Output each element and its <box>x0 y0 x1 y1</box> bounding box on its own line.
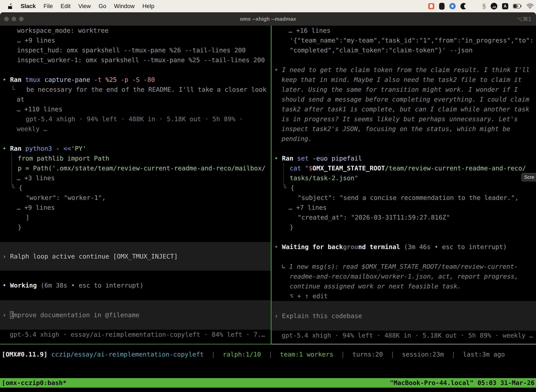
chat-icon[interactable] <box>428 3 434 9</box>
minimize-button[interactable] <box>12 17 16 21</box>
term-text: › <box>274 312 282 319</box>
terminal-line <box>0 65 271 75</box>
terminal-line: task2 after task1 is complete, but can I… <box>272 104 536 114</box>
term-text: continue assigned work or next feasible … <box>290 283 461 290</box>
battery-icon[interactable] <box>513 4 522 9</box>
term-text: Ran <box>10 76 21 83</box>
terminal-line: "subject": "send a concise recommendatio… <box>272 193 536 203</box>
apple-menu-icon[interactable] <box>8 3 13 9</box>
menu-item-help[interactable]: Help <box>143 3 154 9</box>
terminal-line: } <box>272 222 536 232</box>
term-text: inspect_worker-1: omx sparkshell --tmux-… <box>17 56 265 64</box>
prompt-input-band[interactable]: › Explain this codebase <box>272 301 536 331</box>
term-text: › <box>2 253 10 260</box>
prompt-input-band[interactable]: › Ralph loop active continue [OMX_TMUX_I… <box>0 242 271 271</box>
terminal-line: ↳ 1 new msg(s): read $OMX_TEAM_STATE_ROO… <box>272 262 536 271</box>
term-text: … +7 lines <box>289 204 327 211</box>
terminal-line: … +7 lines <box>272 203 536 213</box>
term-text: • <box>274 155 282 162</box>
menu-item-go[interactable]: Go <box>98 3 106 9</box>
omx-status-segment: turns:20 <box>352 351 383 358</box>
term-text: is in progress? It seems likely but perh… <box>282 115 518 123</box>
term-text <box>293 155 297 162</box>
terminal-line: └ { <box>272 183 536 193</box>
terminal-line <box>0 290 271 300</box>
close-button[interactable] <box>4 17 9 21</box>
code-block-guide <box>283 163 284 187</box>
menu-item-view[interactable]: View <box>78 3 91 9</box>
terminal-line: "completed","claim_token":"claim-token"}… <box>272 45 536 55</box>
term-text: Ran <box>10 145 21 152</box>
term-text: %25 <box>102 76 117 83</box>
term-text: keep that in mind. Maybe I also need the… <box>282 76 522 83</box>
screenshot-tooltip: Scre <box>522 173 536 182</box>
term-text: weekly … <box>17 125 47 132</box>
terminal-line: tasks/task-2.json" <box>272 173 536 183</box>
term-text: mprove documentation in @filename <box>14 311 139 319</box>
term-text: '{"team_name":"my-team","task_id":"1","f… <box>290 37 534 44</box>
terminal-line: ] <box>0 213 271 222</box>
term-text: • <box>2 76 10 83</box>
squiggle-icon[interactable]: § <box>482 3 486 9</box>
input-source-icon[interactable]: A <box>502 3 508 9</box>
term-text: later. Using the same for transition mig… <box>282 86 518 93</box>
term-text: task2 after task1 is complete, but can I… <box>282 106 529 113</box>
terminal-line: … +16 lines <box>272 26 536 36</box>
term-text: grou <box>343 243 358 250</box>
term-text: • <box>274 66 282 73</box>
term-text: /team/review-current-readme-and-reco/ <box>385 165 526 172</box>
term-text: be necessary for the end of the README. … <box>15 86 266 93</box>
dark-disc-icon[interactable] <box>460 3 467 9</box>
terminal-line: • Ran set -euo pipefail <box>272 154 536 163</box>
terminal-line: continue assigned work or next feasible … <box>272 281 536 291</box>
zoom-button[interactable] <box>19 17 24 21</box>
terminal-window: omx --xhigh --madmax ⌥⌘1 workspace_mode:… <box>0 12 536 392</box>
term-text: gpt-5.4 xhigh · 94% left · 488K in · 5.1… <box>26 115 243 123</box>
term-text: Ran <box>282 155 293 162</box>
terminal-line: inspect_worker-1: omx sparkshell --tmux-… <box>0 55 271 65</box>
menu-item-window[interactable]: Window <box>114 3 134 9</box>
terminal-line: "created_at": "2026-03-31T11:59:27.816Z" <box>272 213 536 222</box>
blue-bolt-icon[interactable] <box>449 3 456 9</box>
pane-right[interactable]: … +16 lines'{"team_name":"my-team","task… <box>272 26 536 344</box>
wifi-icon[interactable] <box>526 4 534 9</box>
omx-status-segment: | <box>204 351 223 358</box>
terminal-line: should send a message before completing … <box>272 94 536 104</box>
term-text: • <box>2 145 10 152</box>
term-text: { <box>19 184 23 191</box>
terminal-line: workspace_mode: worktree <box>0 26 271 36</box>
term-text: • <box>2 282 10 289</box>
menu-item-edit[interactable]: Edit <box>61 3 71 9</box>
grid-shield-icon[interactable] <box>439 3 445 10</box>
terminal-line: later. Using the same for transition mig… <box>272 85 536 94</box>
term-text: } <box>18 224 22 231</box>
terminal-line: • Ran python3 - <<'PY' <box>0 144 271 154</box>
terminal-line: cat "$OMX_TEAM_STATE_ROOT/team/review-cu… <box>272 163 536 173</box>
term-text: I need to get the claim token from the c… <box>282 66 530 73</box>
title-bar[interactable]: omx --xhigh --madmax ⌥⌘1 <box>0 12 536 26</box>
terminal-line: ⌥ + ↑ edit <box>272 291 536 301</box>
terminal-line: "worker": "worker-1", <box>0 193 271 203</box>
terminal-line: from pathlib import Path <box>0 154 271 163</box>
menu-item-file[interactable]: File <box>43 3 53 9</box>
term-text: readme-and-reco/mailbox/worker-1.json, a… <box>290 273 518 280</box>
term-text: at <box>17 96 24 103</box>
term-text: └ <box>283 184 291 191</box>
term-text: Explain this codebase <box>282 312 362 319</box>
term-text: › <box>2 311 10 319</box>
omx-status-line: [OMX#0.11.9] cczip/essay/ai-reimplementa… <box>2 350 505 359</box>
dots-grid-icon[interactable] <box>472 3 478 9</box>
omx-status-segment: | <box>383 351 402 358</box>
prompt-input-band[interactable]: › Improve documentation in @filename <box>0 300 271 330</box>
omx-status-segment: cczip/essay/ai-reimplementation-copyleft <box>51 351 204 358</box>
pane-left[interactable]: workspace_mode: worktree… +9 linesinspec… <box>0 26 271 344</box>
term-text: -euo pipefail <box>309 155 362 162</box>
menu-item-slack[interactable]: Slack <box>21 3 36 9</box>
term-text: … +110 lines <box>17 106 62 113</box>
terminal-line: '{"team_name":"my-team","task_id":"1","f… <box>272 36 536 45</box>
term-text: workspace_mode: worktree <box>17 27 109 34</box>
pane-divider[interactable] <box>271 26 272 344</box>
input-source-label: A <box>504 4 507 9</box>
count-badge-icon[interactable]: ..61 <box>491 3 497 9</box>
tmux-host-clock: "MacBook-Pro-44.local" 05:03 31-Mar-26 <box>390 378 536 387</box>
